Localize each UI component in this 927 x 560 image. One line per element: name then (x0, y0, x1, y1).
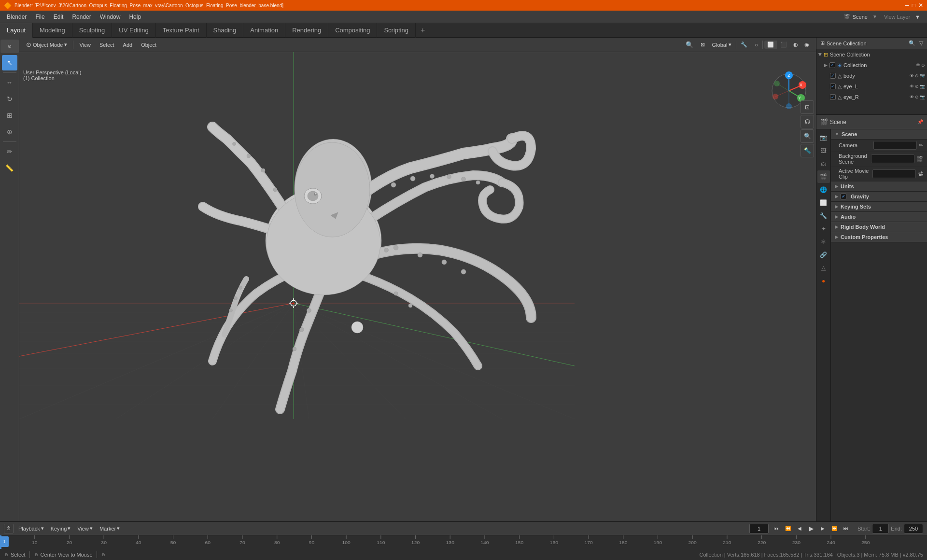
prop-world-icon[interactable]: 🌐 (817, 183, 830, 196)
eye-l-render-icon[interactable]: 📷 (920, 84, 925, 89)
prop-data-icon[interactable]: △ (817, 262, 830, 274)
camera-eyedropper[interactable]: ✏ (919, 142, 923, 149)
tool-move[interactable]: ↔ (2, 75, 17, 90)
tool-select[interactable]: ↖ (2, 55, 17, 70)
props-pin[interactable]: 📌 (917, 119, 923, 125)
tool-annotate[interactable]: ✏ (2, 144, 17, 159)
tab-compositing[interactable]: Compositing (328, 23, 377, 38)
prop-output-icon[interactable]: 🖼 (817, 144, 830, 157)
movie-clip-field[interactable] (872, 169, 916, 178)
timeline-ruler[interactable]: 1 10 20 30 40 50 60 70 80 (0, 535, 927, 549)
body-visibility-check[interactable] (830, 73, 836, 79)
viewport-mode-dropdown[interactable]: ⊙ Object Mode ▾ (23, 40, 70, 49)
tool-rotate[interactable]: ↻ (2, 91, 17, 107)
prop-scene-icon[interactable]: 🎬 (817, 170, 830, 183)
maximize-btn[interactable]: □ (912, 2, 915, 9)
custom-props-section-header[interactable]: ▶ Custom Properties (831, 232, 927, 242)
status-select[interactable]: 🖱 Select (4, 552, 26, 558)
col-checkbox[interactable] (829, 62, 835, 68)
jump-end-btn[interactable]: ⏭ (841, 524, 851, 533)
prop-material-icon[interactable]: ● (817, 275, 830, 287)
play-btn[interactable]: ▶ (806, 524, 816, 533)
bg-scene-icon[interactable]: 🎬 (916, 156, 923, 162)
outliner-body[interactable]: △ body 👁 ⊙ 📷 (828, 70, 927, 81)
viewport-view-menu[interactable]: View (76, 41, 94, 49)
shading-rendered[interactable]: ◉ (801, 41, 812, 49)
tab-layout[interactable]: Layout (0, 23, 33, 38)
marker-dropdown[interactable]: Marker ▾ (98, 525, 122, 532)
tool-measure[interactable]: 📏 (2, 160, 17, 176)
prop-render-icon[interactable]: 📷 (817, 131, 830, 144)
shading-solid[interactable]: ⬛ (777, 41, 790, 49)
body-render-icon[interactable]: 📷 (920, 73, 925, 78)
timeline-view-icon[interactable]: ⏱ (4, 524, 14, 533)
menu-blender[interactable]: Blender (3, 13, 30, 21)
add-workspace-btn[interactable]: + (416, 23, 430, 38)
outliner-filter[interactable]: ▽ (919, 40, 923, 46)
outliner-eye-l[interactable]: △ eye_L 👁 ⊙ 📷 (828, 81, 927, 92)
eye-l-visibility-check[interactable] (830, 84, 836, 89)
current-frame-input[interactable]: 1 (749, 524, 769, 533)
eye-l-select-icon[interactable]: ⊙ (915, 84, 919, 89)
outliner-eye-r[interactable]: △ eye_R 👁 ⊙ 📷 (828, 92, 927, 102)
close-btn[interactable]: ✕ (918, 2, 923, 9)
prop-particles-icon[interactable]: ✦ (817, 223, 830, 235)
audio-section-header[interactable]: ▶ Audio (831, 212, 927, 222)
mode-selector[interactable]: ⊙ (0, 40, 19, 53)
outliner-collection[interactable]: ▶ ⊞ Collection 👁 ⊙ (822, 60, 927, 70)
tab-rendering[interactable]: Rendering (285, 23, 328, 38)
shading-wireframe[interactable]: ⬜ (764, 41, 777, 49)
proportional-edit[interactable]: ○ (752, 41, 761, 49)
viewport-tool-1[interactable]: ⊡ (801, 100, 814, 114)
eye-r-visibility-check[interactable] (830, 94, 836, 100)
transform-global[interactable]: Global ▾ (709, 41, 735, 49)
eye-l-view-icon[interactable]: 👁 (910, 84, 914, 89)
status-center-view[interactable]: 🖱 Center View to Mouse (34, 552, 93, 558)
outliner-search[interactable]: 🔍 (909, 40, 915, 46)
prev-frame-btn[interactable]: ◀ (795, 524, 804, 533)
tool-transform[interactable]: ⊕ (2, 124, 17, 140)
minimize-btn[interactable]: ─ (905, 2, 909, 9)
tab-shading[interactable]: Shading (207, 23, 244, 38)
view-dropdown[interactable]: View ▾ (75, 525, 95, 532)
viewport-tool-2[interactable]: ☊ (801, 115, 814, 128)
prev-keyframe-btn[interactable]: ⏪ (783, 524, 793, 533)
shading-material[interactable]: ◐ (790, 41, 801, 49)
view-layer-selector[interactable]: ▼ (915, 14, 920, 20)
tab-animation[interactable]: Animation (243, 23, 285, 38)
scene-section-header[interactable]: ▼ Scene (831, 129, 927, 140)
viewport-object-menu[interactable]: Object (138, 41, 159, 49)
collection-visibility-check[interactable] (829, 62, 835, 68)
rigid-body-section-header[interactable]: ▶ Rigid Body World (831, 222, 927, 232)
tab-sculpting[interactable]: Sculpting (72, 23, 112, 38)
menu-file[interactable]: File (31, 13, 48, 21)
tool-scale[interactable]: ⊞ (2, 108, 17, 123)
prop-modifier-icon[interactable]: 🔧 (817, 210, 830, 222)
next-frame-btn[interactable]: ▶ (818, 524, 828, 533)
keying-sets-section-header[interactable]: ▶ Keying Sets (831, 202, 927, 212)
units-section-header[interactable]: ▶ Units (831, 182, 927, 192)
snap-toggle[interactable]: 🔧 (738, 41, 750, 49)
tab-modeling[interactable]: Modeling (33, 23, 72, 38)
menu-edit[interactable]: Edit (50, 13, 68, 21)
col-view-icon[interactable]: 👁 (916, 63, 920, 68)
menu-render[interactable]: Render (68, 13, 95, 21)
menu-help[interactable]: Help (125, 13, 145, 21)
viewport-overlay[interactable]: ⊠ (698, 41, 708, 49)
jump-start-btn[interactable]: ⏮ (772, 524, 781, 533)
start-frame-input[interactable]: 1 (872, 524, 889, 533)
tab-uv-editing[interactable]: UV Editing (112, 23, 155, 38)
end-frame-input[interactable]: 250 (904, 524, 923, 533)
body-view-icon[interactable]: 👁 (910, 73, 914, 78)
viewport[interactable]: ⊙ Object Mode ▾ View Select Add Object 🔍… (19, 38, 816, 521)
next-keyframe-btn[interactable]: ⏩ (829, 524, 839, 533)
tab-texture-paint[interactable]: Texture Paint (156, 23, 207, 38)
gravity-section-header[interactable]: ▶ Gravity (831, 192, 927, 202)
movie-clip-icon[interactable]: 📽 (918, 171, 923, 177)
prop-view-layer-icon[interactable]: 🗂 (817, 157, 830, 170)
gravity-checkbox[interactable] (841, 194, 846, 199)
eye-r-select-icon[interactable]: ⊙ (915, 95, 919, 99)
viewport-select-menu[interactable]: Select (97, 41, 117, 49)
viewport-search[interactable]: 🔍 (683, 40, 696, 49)
body-select-icon[interactable]: ⊙ (915, 73, 919, 78)
